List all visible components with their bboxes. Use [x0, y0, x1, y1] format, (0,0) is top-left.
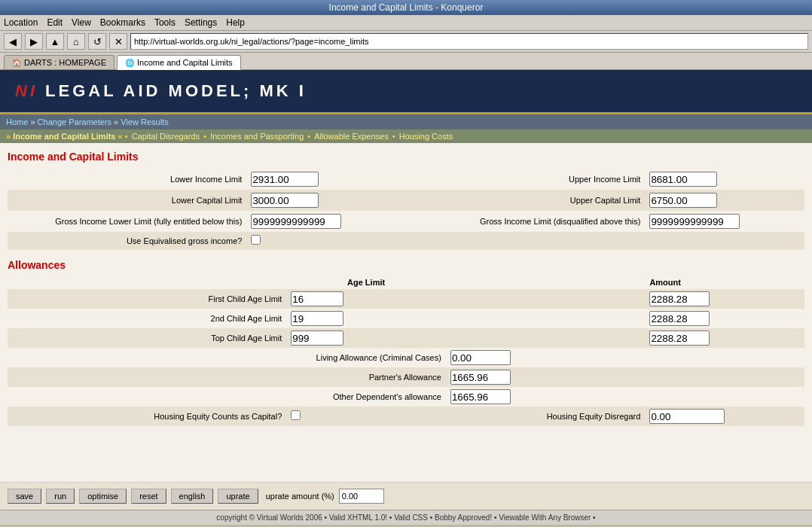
first-child-age-cell [286, 289, 446, 309]
second-child-amount-cell [645, 309, 804, 328]
housing-equity-capital-label: Housing Equity Counts as Capital? [8, 407, 286, 426]
tab-bar: 🏠DARTS : HOMEPAGE 🌐Income and Capital Li… [0, 53, 812, 70]
equivalised-checkbox[interactable] [251, 235, 261, 245]
subnav-capital-disregards[interactable]: Capital Disregards [132, 132, 200, 141]
gross-income-row: Gross Income Lower Limit (fully entitled… [8, 211, 804, 232]
menu-edit[interactable]: Edit [47, 17, 63, 28]
menu-bookmarks[interactable]: Bookmarks [100, 17, 145, 28]
lower-upper-income-row: Lower Income Limit Upper Income Limit [8, 169, 804, 190]
top-child-age-cell [286, 328, 446, 348]
top-child-age-input[interactable] [291, 331, 343, 346]
partners-allowance-label: Partner's Allowance [8, 367, 446, 387]
subnav-allowable-expenses[interactable]: Allowable Expenses [314, 132, 388, 141]
save-button[interactable]: save [8, 489, 41, 504]
home-button[interactable]: ⌂ [67, 33, 85, 50]
housing-equity-disregard-input-cell [645, 407, 804, 426]
allowances-title: Allowances [8, 259, 804, 271]
menu-location[interactable]: Location [4, 17, 38, 28]
income-capital-table: Lower Income Limit Upper Income Limit Lo… [8, 169, 804, 250]
living-allowance-input-cell [446, 348, 804, 367]
other-dependents-input-cell [446, 387, 804, 407]
menu-bar: Location Edit View Bookmarks Tools Setti… [0, 15, 812, 31]
top-child-amount-input[interactable] [649, 331, 710, 346]
menu-view[interactable]: View [72, 17, 91, 28]
lower-income-input[interactable] [251, 172, 319, 187]
first-child-row: First Child Age Limit [8, 289, 804, 309]
toolbar: ◀ ▶ ▲ ⌂ ↺ ✕ [0, 31, 812, 53]
partners-allowance-input[interactable] [450, 370, 511, 385]
banner-title: LEGAL AID MODEL; MK I [38, 81, 307, 100]
uprate-amount-label: uprate amount (%) [266, 492, 334, 501]
upper-capital-input-cell [645, 190, 804, 211]
other-dependents-label: Other Dependent's allowance [8, 387, 446, 407]
breadcrumb-change-params[interactable]: Change Parameters [38, 117, 111, 126]
subnav-separator: » [6, 132, 11, 141]
title-text: Income and Capital Limits - Konqueror [329, 2, 484, 13]
uprate-button[interactable]: uprate [218, 489, 258, 504]
equivalised-label: Use Equivalised gross income? [8, 232, 246, 250]
housing-equity-capital-checkbox[interactable] [291, 410, 301, 420]
tab-income-capital-limits[interactable]: 🌐Income and Capital Limits [117, 55, 241, 70]
age-amount-table: Age Limit Amount First Child Age Limit 2… [8, 276, 804, 426]
breadcrumb-home[interactable]: Home [6, 117, 28, 126]
run-button[interactable]: run [46, 489, 75, 504]
second-child-amount-input[interactable] [649, 311, 710, 326]
partners-allowance-row: Partner's Allowance [8, 367, 804, 387]
second-child-age-cell [286, 309, 446, 328]
amount-header: Amount [645, 276, 804, 289]
tab-darts-homepage[interactable]: 🏠DARTS : HOMEPAGE [4, 55, 114, 69]
uprate-amount-input[interactable] [339, 489, 384, 504]
breadcrumb: Home » Change Parameters « View Results [0, 114, 812, 129]
top-child-label: Top Child Age Limit [8, 328, 286, 348]
age-amount-header-row: Age Limit Amount [8, 276, 804, 289]
second-child-age-input[interactable] [291, 311, 343, 326]
living-allowance-input[interactable] [450, 350, 511, 365]
first-child-age-input[interactable] [291, 291, 343, 306]
menu-help[interactable]: Help [226, 17, 245, 28]
equivalised-checkbox-cell [246, 232, 406, 250]
housing-equity-disregard-input[interactable] [649, 409, 725, 424]
living-allowance-row: Living Allowance (Criminal Cases) [8, 348, 804, 367]
lower-income-input-cell [246, 169, 406, 190]
gross-income-upper-input[interactable] [649, 214, 740, 229]
banner-ni: NI [15, 81, 38, 100]
footer-text: copyright © Virtual Worlds 2006 • Valid … [216, 513, 595, 522]
reset-button[interactable]: reset [131, 489, 166, 504]
subnav-incomes-passporting[interactable]: Incomes and Passporting [210, 132, 304, 141]
menu-settings[interactable]: Settings [185, 17, 217, 28]
first-child-amount-cell [645, 289, 804, 309]
upper-capital-input[interactable] [649, 193, 717, 208]
lower-capital-input[interactable] [251, 193, 319, 208]
living-allowance-label: Living Allowance (Criminal Cases) [8, 348, 446, 367]
partners-allowance-input-cell [446, 367, 804, 387]
optimise-button[interactable]: optimise [79, 489, 127, 504]
top-child-amount-cell [645, 328, 804, 348]
second-child-label: 2nd Child Age Limit [8, 309, 286, 328]
upper-income-input[interactable] [649, 172, 717, 187]
english-button[interactable]: english [171, 489, 214, 504]
address-input[interactable] [130, 33, 808, 50]
gross-income-upper-input-cell [645, 211, 804, 232]
menu-tools[interactable]: Tools [154, 17, 176, 28]
upper-income-label: Upper Income Limit [406, 169, 645, 190]
other-dependents-row: Other Dependent's allowance [8, 387, 804, 407]
gross-income-lower-input[interactable] [251, 214, 341, 229]
back-button[interactable]: ◀ [4, 33, 22, 50]
first-child-amount-input[interactable] [649, 291, 710, 306]
second-child-row: 2nd Child Age Limit [8, 309, 804, 328]
subnav-housing-costs[interactable]: Housing Costs [399, 132, 453, 141]
subnav: » Income and Capital Limits « • Capital … [0, 129, 812, 143]
subnav-current: Income and Capital Limits [13, 132, 115, 141]
footer-bar: copyright © Virtual Worlds 2006 • Valid … [0, 510, 812, 525]
up-button[interactable]: ▲ [46, 33, 64, 50]
gross-income-lower-input-cell [246, 211, 406, 232]
breadcrumb-view-results[interactable]: View Results [121, 117, 168, 126]
gross-income-upper-label: Gross Income Limit (disqualified above t… [406, 211, 645, 232]
forward-button[interactable]: ▶ [25, 33, 43, 50]
stop-button[interactable]: ✕ [109, 33, 127, 50]
other-dependents-input[interactable] [450, 389, 511, 404]
banner: NI LEGAL AID MODEL; MK I [0, 70, 812, 114]
gross-income-lower-label: Gross Income Lower Limit (fully entitled… [8, 211, 246, 232]
housing-equity-capital-checkbox-cell [286, 407, 446, 426]
refresh-button[interactable]: ↺ [88, 33, 106, 50]
